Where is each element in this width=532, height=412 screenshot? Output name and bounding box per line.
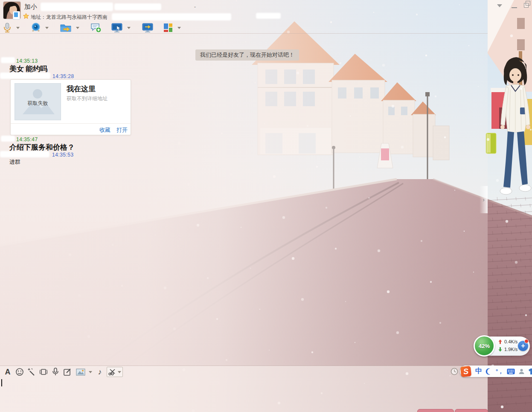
notification-dot xyxy=(524,339,529,343)
create-group-chat-button[interactable] xyxy=(90,22,102,33)
favorite-link[interactable]: 收藏 xyxy=(99,126,110,134)
editor-toolbar: A xyxy=(3,367,123,377)
blur-sender-name xyxy=(1,136,15,142)
send-file-icon xyxy=(60,23,72,33)
apps-icon xyxy=(163,23,173,33)
blur-patch xyxy=(114,3,161,10)
header-divider xyxy=(0,33,488,34)
doodle-button[interactable] xyxy=(62,367,73,377)
emoji-icon xyxy=(15,368,24,376)
remote-desktop-icon xyxy=(111,23,123,33)
upload-arrow-icon xyxy=(498,339,502,344)
upload-speed: 0.4K/s xyxy=(504,339,517,344)
blur-patch xyxy=(256,13,281,19)
image-dropdown[interactable] xyxy=(89,371,92,373)
panel-collapse-handle[interactable]: › xyxy=(480,186,488,213)
voice-message-icon xyxy=(52,368,59,376)
font-button[interactable]: A xyxy=(3,367,13,377)
message-timestamp: 14:35:53 xyxy=(52,152,74,158)
chinese-mode-toggle[interactable]: 中 xyxy=(475,367,482,376)
doodle-icon xyxy=(63,368,72,376)
net-percent-badge: 42% xyxy=(474,335,495,357)
ime-toolbar: S 中 °， xyxy=(460,366,532,377)
magic-expression-icon xyxy=(27,368,36,376)
open-link[interactable]: 打开 xyxy=(116,126,128,134)
skin-icon[interactable] xyxy=(528,368,532,375)
window-shake-icon xyxy=(39,368,48,376)
download-arrow-icon xyxy=(498,347,502,352)
music-button[interactable]: ♪ xyxy=(95,367,105,377)
contact-name: 加小 xyxy=(24,3,37,11)
screen-share-icon xyxy=(142,23,154,33)
minimize-button[interactable] xyxy=(512,7,517,8)
blur-sender-name xyxy=(0,151,49,157)
chat-window: 加小 地址：龙首北路与永福路十字西南 - xyxy=(0,0,532,412)
card-divider xyxy=(11,123,131,124)
voice-call-icon xyxy=(3,23,12,33)
background-wash-bottom xyxy=(0,0,488,412)
blur-sender-name xyxy=(1,57,15,63)
voice-call-dropdown[interactable] xyxy=(16,27,20,29)
screenshot-scissors-icon xyxy=(108,368,116,375)
font-icon: A xyxy=(5,368,11,377)
video-call-icon xyxy=(31,23,41,33)
magic-expression-button[interactable] xyxy=(26,367,37,377)
screen-share-button[interactable] xyxy=(141,22,154,33)
location-error-text: 获取失败 xyxy=(15,100,61,107)
location-card-subtitle: 获取不到详细地址 xyxy=(67,95,108,102)
mobile-online-badge xyxy=(13,11,20,20)
location-card-title: 我在这里 xyxy=(67,84,96,94)
system-message: 我们已经是好友了，现在开始对话吧！ xyxy=(195,49,299,61)
message-timestamp: 14:35:13 xyxy=(16,58,38,64)
screenshot-button[interactable] xyxy=(107,367,123,377)
location-thumbnail: 获取失败 xyxy=(15,83,61,120)
image-button[interactable] xyxy=(74,367,87,377)
text-cursor xyxy=(1,379,2,386)
emoji-button[interactable] xyxy=(15,367,25,377)
music-icon: ♪ xyxy=(98,368,102,377)
apps-button[interactable] xyxy=(162,22,174,33)
network-monitor-widget[interactable]: 42% 0.4K/s 1.9K/s + xyxy=(474,337,530,356)
blur-patch xyxy=(41,3,113,11)
message-timestamp: 14:35:28 xyxy=(52,73,74,79)
create-group-chat-icon xyxy=(90,23,102,33)
soft-keyboard-icon[interactable] xyxy=(507,368,515,374)
video-call-button[interactable] xyxy=(30,22,42,33)
screenshot-dropdown[interactable] xyxy=(118,371,121,373)
punctuation-toggle[interactable]: °， xyxy=(496,368,503,375)
send-file-dropdown[interactable] xyxy=(76,27,79,29)
contact-address: 地址：龙首北路与永福路十字西南 xyxy=(31,14,108,21)
chevron-right-icon: › xyxy=(483,196,485,203)
voice-message-button[interactable] xyxy=(50,367,61,377)
voice-call-button[interactable] xyxy=(2,22,13,33)
sogou-logo-icon[interactable]: S xyxy=(460,366,471,377)
account-icon[interactable] xyxy=(518,368,525,374)
restore-button[interactable] xyxy=(524,3,529,8)
close-button[interactable] xyxy=(417,409,454,412)
video-call-dropdown[interactable] xyxy=(45,27,49,29)
remote-desktop-button[interactable] xyxy=(110,22,124,33)
image-icon xyxy=(76,368,85,376)
blur-sender-name xyxy=(0,73,50,79)
download-speed: 1.9K/s xyxy=(504,347,517,352)
blur-patch xyxy=(112,13,231,20)
chat-toolbar xyxy=(2,22,185,34)
message-timestamp: 14:35:47 xyxy=(16,136,38,142)
window-shake-button[interactable] xyxy=(38,367,49,377)
message-history-clock-icon[interactable] xyxy=(451,368,458,375)
blur-remnant-dash: - xyxy=(194,4,196,10)
window-menu-chevron-icon[interactable] xyxy=(497,4,502,7)
location-share-card[interactable]: 获取失败 我在这里 获取不到详细地址 收藏 打开 xyxy=(10,79,131,135)
remote-desktop-dropdown[interactable] xyxy=(127,27,131,29)
send-button[interactable] xyxy=(455,409,488,412)
send-file-button[interactable] xyxy=(59,22,73,33)
star-icon[interactable] xyxy=(23,13,29,19)
apps-dropdown[interactable] xyxy=(177,27,181,29)
message-text: 进群 xyxy=(9,158,20,166)
half-moon-icon[interactable] xyxy=(485,368,492,375)
